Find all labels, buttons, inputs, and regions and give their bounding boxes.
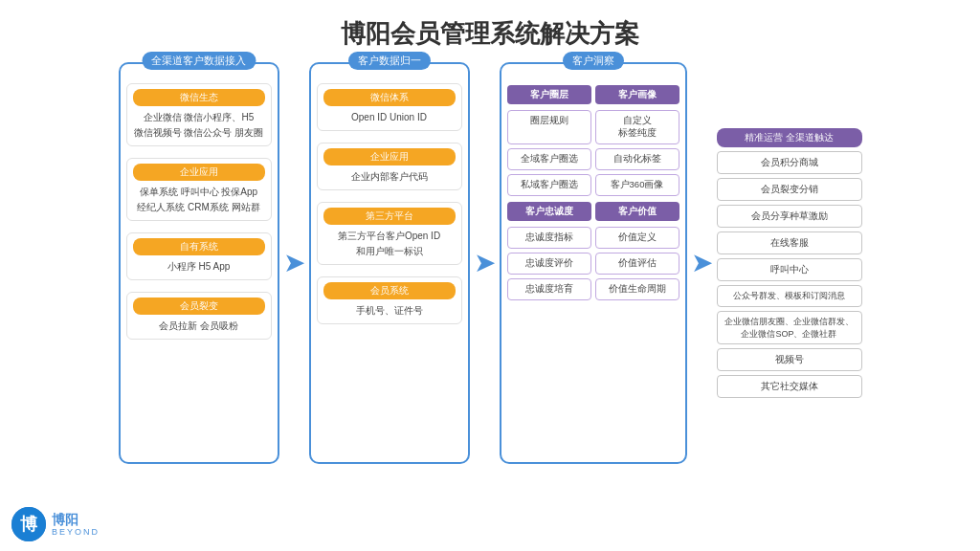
col4-item-1: 会员裂变分销 [717,178,862,201]
logo-sub: BEYOND [52,527,100,537]
col3-bottom-headers: 客户忠诚度 客户价值 [507,202,679,221]
col1-section-enterprise: 企业应用 保单系统 呼叫中心 投保App经纪人系统 CRM系统 网站群 [126,158,272,221]
col3-value-def: 价值定义 [595,227,679,249]
col3-item-circle-rule: 圈层规则 [507,110,591,144]
col3-item-360: 客户360画像 [595,174,679,196]
col4-header: 精准运营 全渠道触达 [717,128,862,147]
col1-box: 全渠道客户数据接入 微信生态 企业微信 微信小程序、H5微信视频号 微信公众号 … [119,62,279,464]
col2-member-content: 手机号、证件号 [323,303,456,319]
col3-top-rows: 圈层规则 自定义标签纯度 全域客户圈选 自动化标签 私域客户圈选 客户360画像 [507,110,679,196]
col3-loyalty-eval: 忠诚度评价 [507,253,591,275]
col1-wechat-content: 企业微信 微信小程序、H5微信视频号 微信公众号 朋友圈 [133,110,265,141]
col3-item-private-circle: 私域客户圈选 [507,174,591,196]
col2-header: 客户数据归一 [348,52,431,70]
col3-item-custom-tag: 自定义标签纯度 [595,110,679,144]
col1-section-wechat: 微信生态 企业微信 微信小程序、H5微信视频号 微信公众号 朋友圈 [126,83,272,146]
col4-item-8: 其它社交媒体 [717,375,862,398]
col3-top-headers: 客户圈层 客户画像 [507,85,679,104]
col1-member-header: 会员裂变 [133,298,265,315]
col3-value-eval: 价值评估 [595,253,679,275]
logo-text-block: 博阳 BEYOND [52,512,100,538]
col1-header: 全渠道客户数据接入 [142,52,256,70]
col4-item-7: 视频号 [717,348,862,371]
col1-enterprise-header: 企业应用 [133,164,265,181]
col2-wechat-content: Open ID Union ID [323,110,456,125]
col1-own-header: 自有系统 [133,238,265,255]
col2-third-content: 第三方平台客户Open ID和用户唯一标识 [323,229,456,259]
col2-box: 客户数据归一 微信体系 Open ID Union ID 企业应用 企业内部客户… [309,62,470,464]
col2-section-third: 第三方平台 第三方平台客户Open ID和用户唯一标识 [317,202,462,265]
logo-name: 博阳 [52,512,100,528]
col2-section-member: 会员系统 手机号、证件号 [317,276,462,324]
col3-item-all-circle: 全域客户圈选 [507,148,591,170]
logo-icon: 博 [11,507,46,541]
col1-wechat-header: 微信生态 [133,89,265,106]
col1-section-own: 自有系统 小程序 H5 App [126,232,272,280]
logo: 博 博阳 BEYOND [11,507,100,541]
col2-enterprise-content: 企业内部客户代码 [323,169,456,185]
col1-own-content: 小程序 H5 App [133,259,265,275]
col2-section-wechat: 微信体系 Open ID Union ID [317,83,462,131]
col2-member-header: 会员系统 [323,282,456,299]
col3-loyalty-header: 客户忠诚度 [507,202,591,221]
col3-value-lifecycle: 价值生命周期 [595,278,679,300]
col3-loyalty-metric: 忠诚度指标 [507,227,591,249]
main-layout: 全渠道客户数据接入 微信生态 企业微信 微信小程序、H5微信视频号 微信公众号 … [0,62,980,464]
col3-box: 客户洞察 客户圈层 客户画像 圈层规则 自定义标签纯度 全域客户圈选 自动化标签… [500,62,687,464]
col4-item-3: 在线客服 [717,231,862,254]
col2-enterprise-header: 企业应用 [323,148,456,165]
col1-enterprise-content: 保单系统 呼叫中心 投保App经纪人系统 CRM系统 网站群 [133,185,265,215]
arrow2: ➤ [474,250,496,276]
col2-wechat-header: 微信体系 [323,89,456,106]
col1-section-member: 会员裂变 会员拉新 会员吸粉 [126,292,272,340]
col2-third-header: 第三方平台 [323,208,456,225]
arrow3: ➤ [691,250,713,276]
col3-portrait-header: 客户画像 [595,85,679,104]
col4-item-6: 企业微信朋友圈、企业微信群发、企业微信SOP、企微社群 [717,311,862,344]
col2-section-enterprise: 企业应用 企业内部客户代码 [317,143,462,190]
col4-box: 精准运营 全渠道触达 会员积分商城 会员裂变分销 会员分享种草激励 在线客服 呼… [717,128,862,398]
col3-item-auto-tag: 自动化标签 [595,148,679,170]
col3-header: 客户洞察 [563,52,624,70]
col3-bottom-rows: 忠诚度指标 价值定义 忠诚度评价 价值评估 忠诚度培育 价值生命周期 [507,227,679,300]
svg-text:博: 博 [20,515,38,534]
col1-member-content: 会员拉新 会员吸粉 [133,319,265,334]
col4-item-2: 会员分享种草激励 [717,205,862,228]
col3-loyalty-culture: 忠诚度培育 [507,278,591,300]
col3-value-header: 客户价值 [595,202,679,221]
col4-item-4: 呼叫中心 [717,258,862,281]
col3-circle-header: 客户圈层 [507,85,591,104]
col4-item-5: 公众号群发、模板和订阅消息 [717,285,862,307]
col4-item-0: 会员积分商城 [717,151,862,174]
arrow1: ➤ [283,250,305,276]
